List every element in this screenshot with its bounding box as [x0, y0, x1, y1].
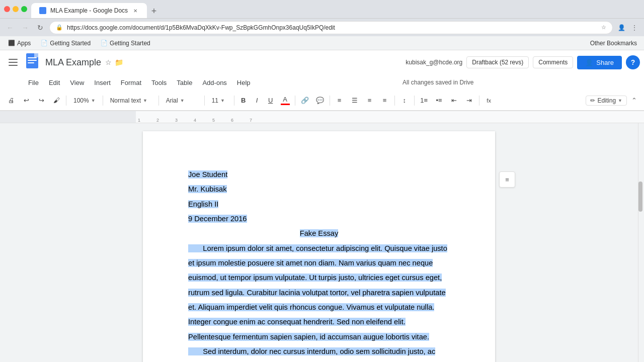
- style-chevron: ▼: [143, 98, 147, 103]
- new-tab-button[interactable]: +: [147, 4, 161, 18]
- star-icon[interactable]: ☆: [601, 24, 606, 31]
- toolbar-divider-3: [158, 96, 159, 106]
- sidebar-toggle-button[interactable]: ≡: [499, 171, 515, 188]
- main-content: Joe Student Mr. Kubisak English II 9 Dec…: [0, 123, 644, 362]
- redo-button[interactable]: ↪: [34, 94, 48, 108]
- link-button[interactable]: 🔗: [298, 94, 312, 108]
- text-color-button[interactable]: A: [278, 94, 292, 108]
- bookmark-icon-1: 📄: [41, 40, 48, 46]
- teacher-line: Mr. Kubisak: [188, 182, 450, 197]
- forward-button[interactable]: →: [19, 22, 31, 34]
- justify-button[interactable]: ≡: [378, 94, 392, 108]
- menu-file[interactable]: File: [24, 77, 43, 88]
- increase-indent-button[interactable]: ⇥: [462, 94, 476, 108]
- menu-format[interactable]: Format: [117, 77, 145, 88]
- italic-button[interactable]: I: [251, 94, 264, 107]
- print-button[interactable]: 🖨: [4, 94, 18, 108]
- back-button[interactable]: ←: [4, 22, 16, 34]
- comments-button[interactable]: Comments: [533, 56, 573, 68]
- font-chevron: ▼: [180, 98, 185, 103]
- doc-content: Joe Student Mr. Kubisak English II 9 Dec…: [188, 167, 450, 362]
- active-tab[interactable]: MLA Example - Google Docs ✕: [31, 3, 147, 18]
- doc-page[interactable]: Joe Student Mr. Kubisak English II 9 Dec…: [143, 131, 495, 362]
- maximize-window-button[interactable]: [21, 6, 27, 12]
- bold-button[interactable]: B: [237, 94, 250, 107]
- toolbar-divider-6: [295, 96, 295, 106]
- undo-button[interactable]: ↩: [19, 94, 33, 108]
- close-window-button[interactable]: [4, 6, 10, 12]
- formula-button[interactable]: fx: [482, 94, 496, 108]
- tab-favicon: [39, 7, 46, 14]
- size-chevron: ▼: [220, 98, 225, 103]
- paragraph2-text-start: Sed interdum, dolor nec cursus interdum,…: [188, 347, 435, 362]
- editing-mode-dropdown[interactable]: ✏ Editing ▼: [586, 96, 627, 106]
- line-spacing-button[interactable]: ↕: [397, 94, 412, 108]
- paragraph2-indent: [188, 347, 203, 355]
- menu-addons[interactable]: Add-ons: [198, 77, 230, 88]
- style-dropdown[interactable]: Normal text ▼: [106, 94, 156, 108]
- menu-insert[interactable]: Insert: [90, 77, 115, 88]
- date-text: 9 December 2016: [188, 215, 247, 223]
- doc-title[interactable]: MLA Example: [45, 57, 101, 68]
- address-bar-icons: 👤 ⋮: [616, 22, 640, 33]
- folder-icon[interactable]: 📁: [115, 58, 123, 66]
- url-text: https://docs.google.com/document/d/1p5Bk…: [67, 24, 597, 31]
- menu-table[interactable]: Table: [173, 77, 196, 88]
- url-bar[interactable]: 🔒 https://docs.google.com/document/d/1p5…: [49, 21, 613, 34]
- underline-button[interactable]: U: [264, 94, 277, 107]
- menu-help[interactable]: Help: [233, 77, 255, 88]
- menu-tools[interactable]: Tools: [147, 77, 171, 88]
- address-bar: ← → ↻ 🔒 https://docs.google.com/document…: [0, 18, 644, 36]
- docs-app-icon[interactable]: [26, 53, 41, 71]
- scrollbar-thumb[interactable]: [638, 182, 642, 212]
- toolbar-divider-8: [394, 96, 395, 106]
- toolbar-divider-5: [234, 96, 234, 106]
- align-right-button[interactable]: ≡: [363, 94, 377, 108]
- bookmark-1-label: Getting Started: [50, 40, 91, 47]
- expand-button[interactable]: ⌃: [628, 95, 640, 107]
- paint-format-button[interactable]: 🖌: [49, 94, 63, 108]
- author-text: Joe Student: [188, 170, 227, 178]
- bullet-list-button[interactable]: •≡: [432, 94, 446, 108]
- help-button[interactable]: ?: [626, 55, 640, 69]
- menu-view[interactable]: View: [66, 77, 88, 88]
- browser-title-bar: MLA Example - Google Docs ✕ +: [0, 0, 644, 18]
- apps-bookmark[interactable]: ⬛ Apps: [4, 39, 35, 48]
- getting-started-bookmark-2[interactable]: 📄 Getting Started: [97, 39, 154, 48]
- date-line: 9 December 2016: [188, 212, 450, 226]
- menu-edit[interactable]: Edit: [45, 77, 64, 88]
- decrease-indent-button[interactable]: ⇤: [447, 94, 461, 108]
- editing-mode-chevron: ▼: [618, 98, 622, 103]
- other-bookmarks[interactable]: Other Bookmarks: [587, 39, 640, 48]
- toolbar-divider-9: [414, 96, 415, 106]
- toolbar: 🖨 ↩ ↪ 🖌 100% ▼ Normal text ▼ Arial ▼ 11 …: [0, 90, 644, 111]
- scrollbar[interactable]: [638, 123, 644, 362]
- minimize-window-button[interactable]: [13, 6, 19, 12]
- chrome-menu-icon[interactable]: ⋮: [629, 22, 640, 33]
- extensions-icon[interactable]: 👤: [616, 22, 627, 33]
- getting-started-bookmark-1[interactable]: 📄 Getting Started: [37, 39, 95, 48]
- tab-title: MLA Example - Google Docs: [50, 7, 128, 14]
- ruler: 1 2 3 4 5 6 7: [0, 111, 644, 123]
- share-button[interactable]: 👤 Share: [577, 56, 622, 69]
- zoom-dropdown[interactable]: 100% ▼: [69, 94, 100, 108]
- pencil-icon: ✏: [590, 97, 595, 104]
- star-title-icon[interactable]: ☆: [105, 58, 112, 66]
- numbered-list-button[interactable]: 1≡: [417, 94, 431, 108]
- align-left-button[interactable]: ≡: [333, 94, 347, 108]
- ruler-content: 1 2 3 4 5 6 7: [136, 111, 644, 123]
- hamburger-menu[interactable]: [7, 57, 20, 68]
- editing-mode-label: Editing: [597, 97, 616, 104]
- ruler-left-margin: [0, 111, 136, 123]
- reload-button[interactable]: ↻: [34, 22, 46, 34]
- tab-close-button[interactable]: ✕: [132, 7, 139, 14]
- document-scroll-area[interactable]: Joe Student Mr. Kubisak English II 9 Dec…: [0, 123, 638, 362]
- font-size-dropdown[interactable]: 11 ▼: [207, 94, 231, 108]
- paragraph2: Sed interdum, dolor nec cursus interdum,…: [188, 344, 450, 362]
- hamburger-line-3: [9, 65, 18, 66]
- comment-button[interactable]: 💬: [313, 94, 327, 108]
- font-dropdown[interactable]: Arial ▼: [162, 94, 202, 108]
- draftback-button[interactable]: Draftback (52 revs): [466, 56, 529, 68]
- align-center-button[interactable]: ☰: [348, 94, 362, 108]
- zoom-value: 100%: [73, 97, 89, 104]
